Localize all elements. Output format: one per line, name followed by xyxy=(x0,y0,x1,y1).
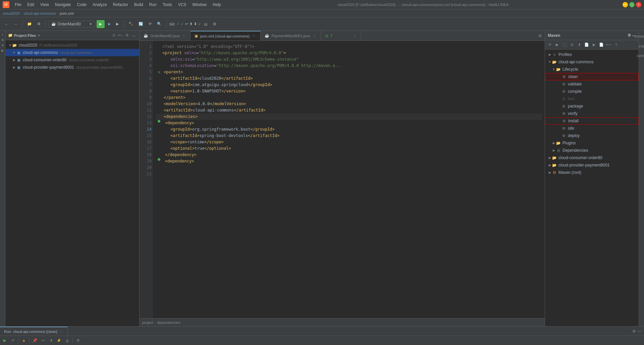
git-push[interactable]: ⬆ xyxy=(190,22,193,26)
settings-run-btn[interactable]: ⚙ xyxy=(75,337,82,344)
run-play-btn[interactable]: ▶ xyxy=(1,337,8,344)
minimize-button[interactable]: — xyxy=(623,2,628,7)
maven-install[interactable]: ⚙ install xyxy=(545,117,639,125)
maven-root[interactable]: ▶ M Maven (root) xyxy=(545,169,639,176)
tab-close-ordermain[interactable]: × xyxy=(181,33,186,38)
menu-code[interactable]: Code xyxy=(74,2,89,8)
toolbar-build[interactable]: 🔨 xyxy=(126,20,135,27)
structure-icon[interactable]: ⊞ xyxy=(0,38,5,42)
toolbar-vcs[interactable]: 🗂 xyxy=(202,21,210,27)
maven-site[interactable]: ⚙ site xyxy=(545,125,639,132)
maven-download-docs[interactable]: 📄 xyxy=(583,42,590,48)
favorites-icon[interactable]: ★ xyxy=(0,43,5,48)
tab-running[interactable]: ◎ 7 × xyxy=(321,31,361,41)
maven-deploy[interactable]: ⚙ deploy xyxy=(545,132,639,139)
scroll-to-source[interactable]: ⊙ xyxy=(111,33,116,38)
run-rerun-btn[interactable]: ↺ xyxy=(9,337,16,344)
maven-api-commons[interactable]: ▼ 📂 cloud-api-commons xyxy=(545,58,639,66)
toolbar-back[interactable]: ← xyxy=(3,21,10,27)
menu-tools[interactable]: Tools xyxy=(160,2,175,8)
run-config-selector[interactable]: ☕ OrderMain80 ▼ xyxy=(48,21,95,27)
toolbar-file[interactable]: 📁 xyxy=(25,20,34,27)
toolbar-settings[interactable]: ⚙ xyxy=(35,20,43,27)
maven-reload[interactable]: ⟳ xyxy=(546,42,553,48)
tab-ordermain80[interactable]: ☕ OrderMain80.java × xyxy=(140,31,191,41)
run-button[interactable] xyxy=(97,20,105,28)
bottom-tab-run[interactable]: Run: cloud-api-commons [clean] × xyxy=(0,327,68,336)
code-content[interactable]: <?xml version="1.0" encoding="UTF-8"?> <… xyxy=(153,41,545,318)
bottom-settings[interactable]: ⚙ xyxy=(632,329,636,334)
tree-item-api-commons[interactable]: ▼ ▣ cloud-api-commons cloud-api-commons xyxy=(5,49,139,56)
maven-validate[interactable]: ⚙ validate xyxy=(545,80,639,88)
stop-btn[interactable]: ■ xyxy=(20,337,27,344)
maven-run-goal[interactable]: ▶ xyxy=(591,42,597,48)
maven-help[interactable]: ? xyxy=(613,42,620,48)
maven-clean[interactable]: ⚙ clean xyxy=(545,73,639,80)
toolbar-diff[interactable]: ⊟ xyxy=(211,20,218,27)
menu-run[interactable]: Run xyxy=(147,2,159,8)
project-title-arrow[interactable]: ▼ xyxy=(37,34,40,37)
maven-profiles[interactable]: ▶ ≡ Profiles xyxy=(545,51,639,58)
toolbar-forward[interactable]: → xyxy=(12,21,19,27)
tree-item-consumer[interactable]: ▶ ▣ cloud-consumer-order80 cloud-consume… xyxy=(5,56,139,64)
maven-collapse[interactable]: ⟵ xyxy=(605,42,612,48)
maven-test[interactable]: ⚙ test xyxy=(545,95,639,102)
tab-close-payment[interactable]: × xyxy=(312,33,317,38)
menu-file[interactable]: File xyxy=(12,2,24,8)
rtab-ant[interactable]: Ant xyxy=(638,42,644,51)
maven-consumer[interactable]: ▶ 📂 cloud-consumer-order80 xyxy=(545,154,639,161)
bottom-minimize[interactable]: — xyxy=(637,329,641,334)
run-tab-close[interactable]: × xyxy=(59,329,63,334)
title-module[interactable]: cloud-api-commons xyxy=(23,11,56,15)
maven-skip-tests[interactable]: ⊘ xyxy=(569,42,575,48)
tab-close-running[interactable]: × xyxy=(352,33,357,38)
maximize-button[interactable]: □ xyxy=(629,2,635,7)
settings-btn[interactable]: ⚙ xyxy=(124,33,130,38)
pin-btn[interactable]: 📌 xyxy=(32,337,38,344)
menu-analyze[interactable]: Analyze xyxy=(90,2,110,8)
menu-help[interactable]: Help xyxy=(210,2,224,8)
menu-window[interactable]: Window xyxy=(190,2,209,8)
bc-project[interactable]: project xyxy=(142,321,153,325)
rtab-database[interactable]: Database xyxy=(634,32,644,41)
maven-settings[interactable]: ⚙ xyxy=(628,33,631,38)
menu-navigate[interactable]: Navigate xyxy=(52,2,73,8)
tab-paymentmain[interactable]: ☕ PaymentMain8001.java × xyxy=(261,31,321,41)
title-project[interactable]: cloud2020 xyxy=(3,11,20,15)
tab-pom[interactable]: ▣ pom.xml (cloud-api-commons) × xyxy=(191,31,261,41)
git-undo[interactable]: ↩ xyxy=(185,22,188,26)
print-btn[interactable]: 🖨 xyxy=(64,337,70,344)
maven-lifecycle[interactable]: ▼ 📂 Lifecycle xyxy=(545,66,639,73)
hide-panel[interactable]: — xyxy=(131,33,137,38)
scroll-end-btn[interactable]: ⬇ xyxy=(48,337,54,344)
maven-dependencies[interactable]: ▶ ⊟ Dependencies xyxy=(545,147,639,154)
maven-plugins[interactable]: ▶ 📂 Plugins xyxy=(545,139,639,147)
menu-refactor[interactable]: Refactor xyxy=(110,2,131,8)
menu-view[interactable]: View xyxy=(38,2,52,8)
debug-button[interactable]: ▶ xyxy=(106,20,113,27)
git-branches[interactable]: ⑂ xyxy=(198,22,201,26)
project-icon[interactable]: 1 xyxy=(0,32,5,37)
tab-close-pom[interactable]: × xyxy=(252,34,256,39)
maven-verify[interactable]: ⚙ verify xyxy=(545,110,639,117)
filter-btn[interactable]: ⚡ xyxy=(56,337,62,344)
maven-provider[interactable]: ▶ 📂 cloud-provider-payment8001 xyxy=(545,161,639,169)
collapse-all[interactable]: ⟵ xyxy=(118,33,123,38)
maven-debug[interactable]: ⬛ xyxy=(561,42,568,48)
git-pull[interactable]: ⬇ xyxy=(194,22,197,26)
bc-dependencies[interactable]: dependencies xyxy=(157,321,180,325)
maven-download-sources[interactable]: ⬇ xyxy=(576,42,583,48)
tree-item-cloud2020[interactable]: ▼ 📂 cloud2020 F:\JetBrains\cloud2020 xyxy=(5,42,139,49)
tree-item-provider[interactable]: ▶ ▣ cloud-provider-payment8001 cloud-pro… xyxy=(5,64,139,71)
toolbar-search[interactable]: 🔍 xyxy=(155,20,164,27)
maven-run[interactable]: ▶ xyxy=(554,42,560,48)
menu-build[interactable]: Build xyxy=(131,2,146,8)
close-button[interactable]: × xyxy=(636,2,641,7)
menu-vcs[interactable]: VCS xyxy=(175,2,189,8)
settings-editor[interactable]: ⚙ xyxy=(536,31,545,41)
maven-compile[interactable]: ⚙ compile xyxy=(545,88,639,95)
menu-edit[interactable]: Edit xyxy=(24,2,37,8)
maven-package[interactable]: ⚙ package xyxy=(545,102,639,110)
run-icon[interactable]: ▶ xyxy=(0,48,5,53)
toolbar-update[interactable]: 🔄 xyxy=(137,20,145,27)
